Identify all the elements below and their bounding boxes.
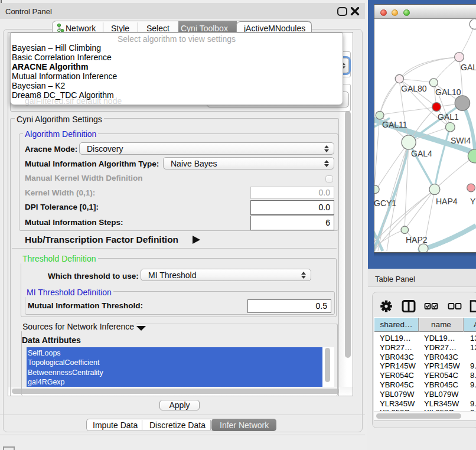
svg-text:GCY1: GCY1 <box>374 198 396 208</box>
svg-text:GAL4: GAL4 <box>411 149 432 158</box>
svg-text:Y: Y <box>470 197 476 206</box>
svg-text:SWI4: SWI4 <box>451 136 471 145</box>
svg-text:GAL10: GAL10 <box>435 87 461 97</box>
svg-text:GAL…: GAL… <box>461 63 476 72</box>
svg-text:GAL80: GAL80 <box>401 84 427 93</box>
svg-text:HAP2: HAP2 <box>406 235 428 244</box>
svg-text:HAP4: HAP4 <box>436 197 458 206</box>
svg-text:GAL11: GAL11 <box>382 120 407 129</box>
svg-text:GAL1: GAL1 <box>438 112 459 122</box>
